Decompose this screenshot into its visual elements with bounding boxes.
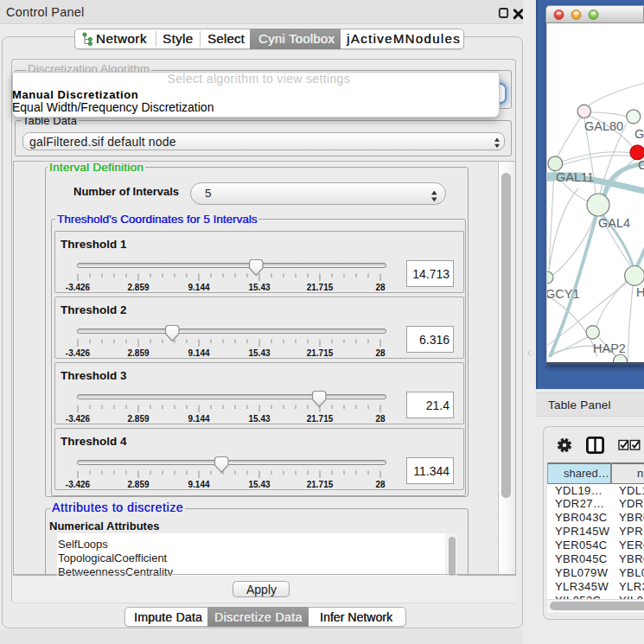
svg-text:GAL11: GAL11 <box>556 170 594 184</box>
svg-text:GAL4: GAL4 <box>598 216 630 230</box>
svg-text:GA: GA <box>634 127 644 141</box>
svg-text:HAP2: HAP2 <box>593 341 626 355</box>
svg-text:C: C <box>638 158 644 172</box>
svg-text:GCY1: GCY1 <box>547 287 580 301</box>
svg-text:GAL80: GAL80 <box>584 119 623 133</box>
svg-text:H: H <box>636 285 644 299</box>
